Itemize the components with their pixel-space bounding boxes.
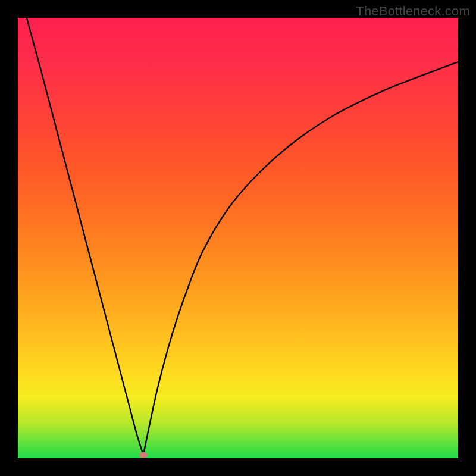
plot-area <box>18 18 458 458</box>
minimum-marker <box>139 452 148 458</box>
curve-right-branch <box>143 62 458 455</box>
bottleneck-curve <box>18 18 458 458</box>
curve-left-branch <box>27 18 143 455</box>
chart-container: TheBottleneck.com <box>0 0 476 476</box>
watermark-text: TheBottleneck.com <box>356 4 470 19</box>
